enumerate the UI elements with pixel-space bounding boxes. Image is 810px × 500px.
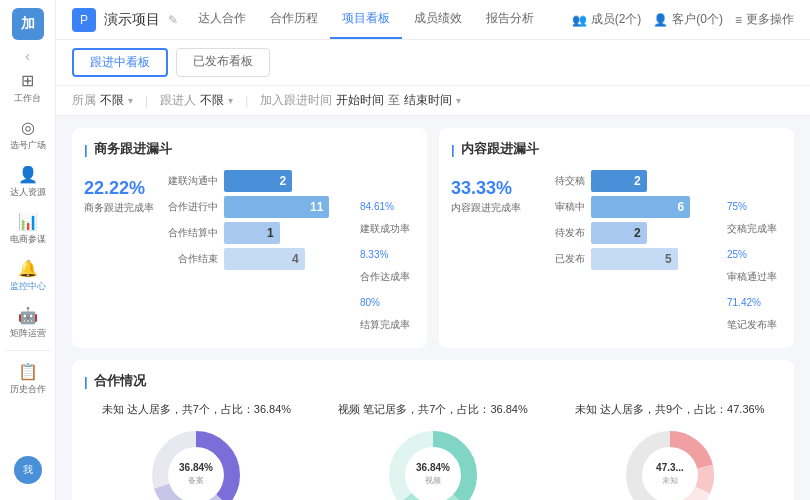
member-icon: 👥: [572, 13, 587, 27]
table-row: 合作结算中 1: [166, 222, 348, 244]
tab-collab-history[interactable]: 合作历程: [258, 0, 330, 39]
donut-chart-0: 36.84% 备案: [146, 425, 246, 500]
business-big-label: 商务跟进完成率: [84, 201, 154, 215]
business-funnel-title: 商务跟进漏斗: [84, 140, 415, 158]
tab-influencer-collab[interactable]: 达人合作: [186, 0, 258, 39]
cbar-0: 2: [591, 170, 647, 192]
sidebar-logo: 加: [12, 8, 44, 40]
donut-chart-1: 36.84% 视频: [383, 425, 483, 500]
subtab-published[interactable]: 已发布看板: [176, 48, 270, 77]
filter-tracker[interactable]: 跟进人 不限 ▾: [160, 92, 233, 109]
more-button[interactable]: ≡ 更多操作: [735, 11, 794, 28]
table-row: 建联沟通中 2: [166, 170, 348, 192]
filter-belong[interactable]: 所属 不限 ▾: [72, 92, 133, 109]
client-icon: 👤: [653, 13, 668, 27]
filter-time[interactable]: 加入跟进时间 开始时间 至 结束时间 ▾: [260, 92, 461, 109]
content-funnel-content: 33.33% 内容跟进完成率 待交稿 2: [451, 170, 782, 336]
back-button[interactable]: ‹: [21, 48, 34, 64]
content-funnel-bars: 待交稿 2 审稿中 6: [533, 170, 715, 270]
start-time-value: 开始时间: [336, 92, 384, 109]
tracker-value: 不限: [200, 92, 224, 109]
project-title: 演示项目: [104, 11, 160, 29]
crate-item-2: 71.42% 笔记发布率: [727, 292, 782, 336]
bar-num-0: 2: [280, 174, 287, 188]
svg-text:备案: 备案: [188, 476, 204, 485]
donut-subtitle-0: 未知 达人居多，共7个，占比：36.84%: [102, 402, 291, 417]
sidebar-item-history[interactable]: 📋 历史合作: [0, 355, 55, 402]
influencer-icon: 👤: [18, 164, 38, 184]
nav-left: P 演示项目 ✎ 达人合作 合作历程 项目看板 成员绩效 报告分析: [72, 0, 564, 39]
cbar-2: 2: [591, 222, 647, 244]
content-rate-summary: 33.33% 内容跟进完成率: [451, 170, 521, 215]
filter-divider-1: |: [145, 94, 148, 108]
tracker-chevron: ▾: [228, 95, 233, 106]
sidebar-item-workspace[interactable]: ⊞ 工作台: [0, 64, 55, 111]
donut-svg-2: 47.3... 未知: [620, 425, 720, 500]
business-funnel-card: 商务跟进漏斗 22.22% 商务跟进完成率 建联沟通中 2: [72, 128, 427, 348]
cbar-wrap-1: 6: [591, 196, 715, 218]
filter-bar: 所属 不限 ▾ | 跟进人 不限 ▾ | 加入跟进时间 开始时间 至 结束时间 …: [56, 86, 810, 116]
business-funnel-bars: 建联沟通中 2 合作进行中 11: [166, 170, 348, 270]
cbar-wrap-2: 2: [591, 222, 715, 244]
content-big-rate: 33.33%: [451, 178, 512, 199]
tab-member-performance[interactable]: 成员绩效: [402, 0, 474, 39]
tab-project-board[interactable]: 项目看板: [330, 0, 402, 39]
page-content: 商务跟进漏斗 22.22% 商务跟进完成率 建联沟通中 2: [56, 116, 810, 500]
crate-item-1: 25% 审稿通过率: [727, 244, 782, 288]
members-button[interactable]: 👥 成员(2个): [572, 11, 642, 28]
sidebar-item-influencer[interactable]: 👤 达人资源: [0, 158, 55, 205]
sidebar-item-selection[interactable]: ◎ 选号广场: [0, 111, 55, 158]
bar-label-0: 建联沟通中: [166, 174, 218, 188]
workspace-icon: ⊞: [18, 70, 38, 90]
clients-button[interactable]: 👤 客户(0个): [653, 11, 723, 28]
content-rates-right: 75% 交稿完成率 25% 审稿通过率 71.42% 笔记发布率: [727, 170, 782, 336]
bar-label-2: 合作结算中: [166, 226, 218, 240]
sidebar-item-matrix[interactable]: 🤖 矩阵运营: [0, 299, 55, 346]
sidebar-item-monitor[interactable]: 🔔 监控中心: [0, 252, 55, 299]
matrix-icon: 🤖: [18, 305, 38, 325]
donut-section-0: 未知 达人居多，共7个，占比：36.84% 36.84% 备案 36.84%左 …: [84, 402, 309, 500]
business-rates-right: 84.61% 建联成功率 8.33% 合作达成率 80% 结算完成率: [360, 170, 415, 336]
rate-item-0: 84.61% 建联成功率: [360, 196, 415, 240]
history-icon: 📋: [18, 361, 38, 381]
donut-section-1: 视频 笔记居多，共7个，占比：36.84% 36.84% 视频 36.84% 2…: [321, 402, 546, 500]
main-content: P 演示项目 ✎ 达人合作 合作历程 项目看板 成员绩效 报告分析 👥 成员(2…: [56, 0, 810, 500]
sidebar-item-ecommerce[interactable]: 📊 电商参谋: [0, 205, 55, 252]
rate-item-1: 8.33% 合作达成率: [360, 244, 415, 288]
user-avatar[interactable]: 我: [14, 456, 42, 484]
cbar-num-1: 6: [678, 200, 685, 214]
cbar-1: 6: [591, 196, 690, 218]
sidebar-divider: [6, 350, 50, 351]
cbar-num-3: 5: [665, 252, 672, 266]
edit-icon[interactable]: ✎: [168, 13, 178, 27]
bar-1: 11: [224, 196, 329, 218]
project-icon: P: [72, 8, 96, 32]
business-big-rate: 22.22%: [84, 178, 145, 199]
donut-section-2: 未知 达人居多，共9个，占比：47.36% 47.3... 未知 21.05%: [557, 402, 782, 500]
tab-report-analysis[interactable]: 报告分析: [474, 0, 546, 39]
cooperation-title: 合作情况: [84, 372, 782, 390]
bar-num-1: 11: [310, 200, 323, 214]
donut-subtitle-2: 未知 达人居多，共9个，占比：47.36%: [575, 402, 764, 417]
cbar-wrap-3: 5: [591, 248, 715, 270]
nav-tabs: 达人合作 合作历程 项目看板 成员绩效 报告分析: [186, 0, 546, 39]
cbar-wrap-0: 2: [591, 170, 715, 192]
rate-item-2: 80% 结算完成率: [360, 292, 415, 336]
end-time-value: 结束时间: [404, 92, 452, 109]
bar-3: 4: [224, 248, 305, 270]
content-big-label: 内容跟进完成率: [451, 201, 521, 215]
nav-right: 👥 成员(2个) 👤 客户(0个) ≡ 更多操作: [572, 11, 794, 28]
svg-text:36.84%: 36.84%: [416, 462, 450, 473]
menu-icon: ≡: [735, 13, 742, 27]
donut-svg-1: 36.84% 视频: [383, 425, 483, 500]
cbar-label-3: 已发布: [533, 252, 585, 266]
bar-wrap-0: 2: [224, 170, 348, 192]
business-funnel-content: 22.22% 商务跟进完成率 建联沟通中 2: [84, 170, 415, 336]
selection-icon: ◎: [18, 117, 38, 137]
table-row: 待发布 2: [533, 222, 715, 244]
table-row: 合作结束 4: [166, 248, 348, 270]
cbar-3: 5: [591, 248, 678, 270]
filter-divider-2: |: [245, 94, 248, 108]
content-funnel-title: 内容跟进漏斗: [451, 140, 782, 158]
subtab-in-progress[interactable]: 跟进中看板: [72, 48, 168, 77]
